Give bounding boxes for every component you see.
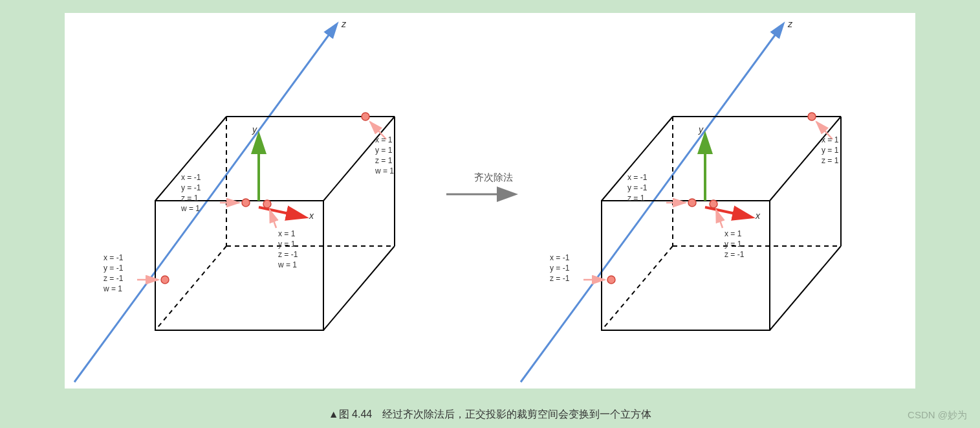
svg-text:x = 1: x = 1 <box>278 229 296 238</box>
svg-text:y = -1: y = -1 <box>103 264 124 273</box>
x-axis <box>705 207 750 217</box>
svg-text:x = 1: x = 1 <box>724 229 742 238</box>
right-cube: z y x x <box>521 19 841 382</box>
svg-text:z = -1: z = -1 <box>278 250 298 259</box>
svg-text:w = 1: w = 1 <box>180 204 200 213</box>
svg-text:z = -1: z = -1 <box>724 250 745 259</box>
svg-line-40 <box>716 210 723 228</box>
svg-text:z = -1: z = -1 <box>550 274 570 283</box>
coords-back-left: x = -1 y = -1 z = 1 <box>627 173 648 203</box>
diagram-svg: z y x <box>65 13 915 389</box>
x-axis <box>259 207 304 217</box>
svg-text:x = -1: x = -1 <box>181 173 201 182</box>
svg-text:y = 1: y = 1 <box>375 146 393 155</box>
svg-text:x = 1: x = 1 <box>375 135 393 144</box>
svg-text:w = 1: w = 1 <box>375 166 394 175</box>
coords-top-right: x = 1 y = 1 z = 1 w = 1 <box>375 135 394 175</box>
svg-text:z = 1: z = 1 <box>375 156 393 165</box>
coords-top-right: x = 1 y = 1 z = 1 <box>822 135 839 165</box>
point-front-left <box>161 276 169 284</box>
watermark: CSDN @妙为 <box>908 409 967 422</box>
svg-rect-35 <box>602 201 770 330</box>
coords-back-left: x = -1 y = -1 z = 1 w = 1 <box>180 173 201 213</box>
svg-rect-5 <box>155 201 323 330</box>
svg-text:z = 1: z = 1 <box>822 156 839 165</box>
y-axis-label: y <box>698 124 704 135</box>
svg-text:x = 1: x = 1 <box>822 135 839 144</box>
svg-text:y = -1: y = -1 <box>627 183 648 192</box>
svg-text:x = -1: x = -1 <box>627 173 648 182</box>
point-top-right <box>808 113 816 120</box>
z-axis <box>74 25 336 382</box>
svg-text:x = -1: x = -1 <box>103 253 124 262</box>
coords-origin: x = 1 y = 1 z = -1 <box>724 229 745 259</box>
svg-text:w = 1: w = 1 <box>278 260 297 269</box>
coords-front-left: x = -1 y = -1 z = -1 <box>550 253 570 283</box>
point-front-left <box>607 276 615 284</box>
z-axis <box>521 25 783 382</box>
svg-line-38 <box>770 246 841 330</box>
x-axis-label: x <box>309 210 314 221</box>
svg-text:y = 1: y = 1 <box>724 240 742 249</box>
point-back-left <box>242 199 250 207</box>
point-origin-front <box>710 200 717 208</box>
svg-text:x = -1: x = -1 <box>550 253 570 262</box>
diagram-canvas: z y x <box>65 13 915 389</box>
svg-text:y = -1: y = -1 <box>181 183 201 192</box>
y-axis-label: y <box>252 124 257 135</box>
z-axis-label: z <box>341 19 347 29</box>
coords-front-left: x = -1 y = -1 z = -1 w = 1 <box>103 253 124 293</box>
point-back-left <box>688 199 696 207</box>
svg-text:z = 1: z = 1 <box>181 194 199 203</box>
z-axis-label: z <box>787 19 793 29</box>
svg-text:z = -1: z = -1 <box>103 274 124 283</box>
svg-text:z = 1: z = 1 <box>627 194 645 203</box>
svg-line-8 <box>323 246 395 330</box>
figure-caption: ▲图 4.44 经过齐次除法后，正交投影的裁剪空间会变换到一个立方体 <box>0 408 980 422</box>
svg-text:y = 1: y = 1 <box>822 146 839 155</box>
point-top-right <box>362 113 369 120</box>
transition-label: 齐次除法 <box>464 172 523 184</box>
svg-text:y = -1: y = -1 <box>550 264 570 273</box>
point-origin-front <box>263 200 271 208</box>
svg-line-10 <box>270 210 276 228</box>
svg-text:y = 1: y = 1 <box>278 240 296 249</box>
coords-origin: x = 1 y = 1 z = -1 w = 1 <box>278 229 298 269</box>
svg-text:w = 1: w = 1 <box>103 284 122 293</box>
left-cube: z y x <box>74 19 395 382</box>
x-axis-label: x <box>755 210 761 221</box>
